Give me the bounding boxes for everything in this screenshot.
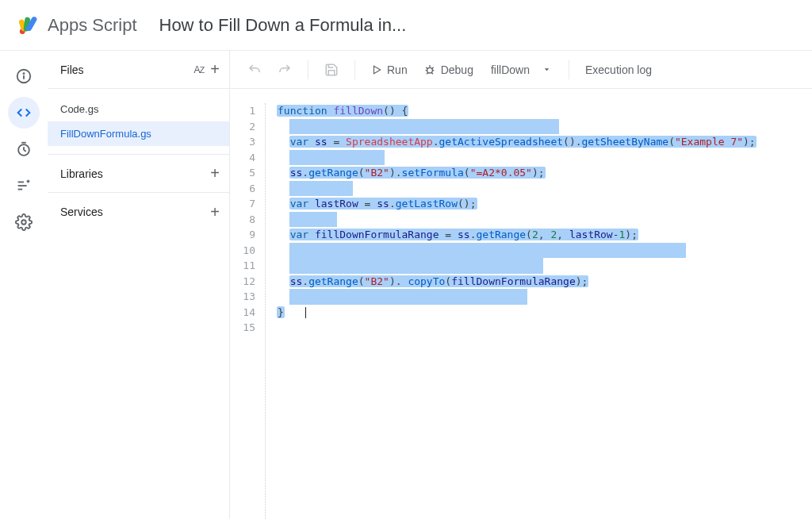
executions-nav[interactable]	[8, 170, 40, 202]
file-item[interactable]: FillDownFormula.gs	[48, 121, 229, 146]
svg-point-18	[427, 67, 432, 73]
text-cursor-icon	[305, 307, 306, 318]
add-service-button[interactable]: +	[210, 203, 220, 221]
overview-nav[interactable]	[8, 60, 40, 92]
svg-point-5	[23, 73, 24, 74]
svg-marker-17	[374, 66, 381, 73]
svg-line-9	[24, 150, 26, 152]
function-selected-label: fillDown	[491, 63, 530, 76]
line-gutter: 1 2 3 4 5 6 7 8 9 10 11 12 13 14 15	[230, 103, 265, 519]
file-item[interactable]: Code.gs	[48, 97, 229, 121]
svg-line-21	[431, 67, 433, 68]
code-editor[interactable]: 1 2 3 4 5 6 7 8 9 10 11 12 13 14 15 func…	[230, 89, 812, 519]
add-library-button[interactable]: +	[210, 164, 220, 183]
redo-button[interactable]	[271, 58, 298, 82]
apps-script-logo	[16, 13, 40, 37]
debug-button[interactable]: Debug	[417, 59, 480, 81]
save-button[interactable]	[318, 58, 345, 82]
services-section-label: Services	[60, 206, 103, 218]
svg-line-25	[431, 72, 433, 74]
libraries-section-label: Libraries	[60, 167, 103, 180]
run-label: Run	[387, 63, 408, 76]
run-button[interactable]: Run	[365, 59, 414, 81]
svg-point-16	[21, 220, 26, 225]
execution-log-button[interactable]: Execution log	[579, 59, 658, 81]
svg-line-20	[426, 67, 427, 68]
svg-line-24	[427, 72, 428, 74]
editor-nav[interactable]	[8, 97, 40, 129]
debug-label: Debug	[441, 63, 473, 76]
chevron-down-icon	[542, 65, 551, 74]
project-title[interactable]: How to Fill Down a Formula in...	[159, 15, 407, 36]
triggers-nav[interactable]	[8, 133, 40, 165]
files-section-label: Files	[60, 63, 84, 76]
undo-button[interactable]	[241, 58, 268, 82]
function-selector[interactable]: fillDown	[483, 59, 559, 81]
code-content[interactable]: function fillDown() { var ss = Spreadshe…	[265, 103, 812, 519]
settings-nav[interactable]	[8, 206, 40, 238]
files-sidebar: Files AZ + Code.gs FillDownFormula.gs Li…	[48, 51, 230, 519]
editor-toolbar: Run Debug fillDown Execution log	[230, 51, 812, 89]
sort-files-icon[interactable]: AZ	[194, 64, 205, 75]
svg-marker-26	[545, 68, 550, 71]
nav-rail	[0, 51, 48, 519]
add-file-button[interactable]: +	[210, 60, 220, 79]
brand-label: Apps Script	[48, 15, 137, 36]
